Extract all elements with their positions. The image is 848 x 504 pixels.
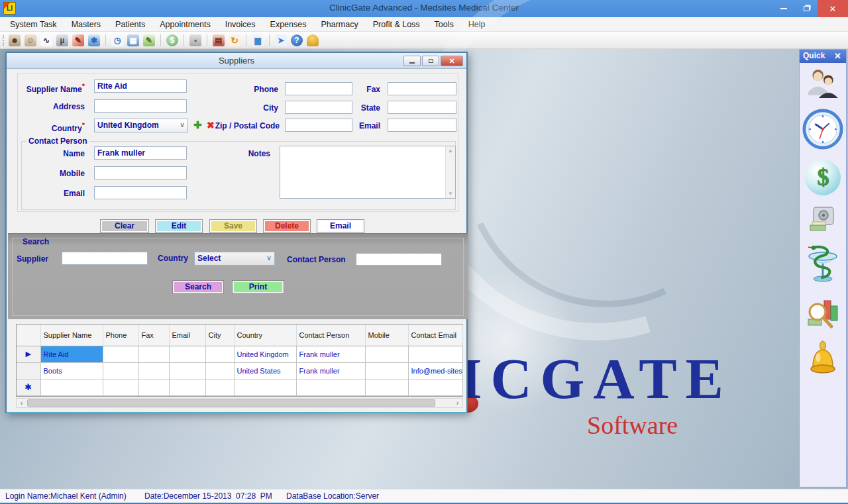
menu-item-profit-loss[interactable]: Profit & Loss: [366, 18, 427, 31]
calendar-icon[interactable]: ▦: [127, 34, 139, 46]
contact-name-input[interactable]: [94, 146, 187, 160]
microscope-icon[interactable]: µ: [56, 34, 68, 46]
stock-item-icon[interactable]: ▪: [189, 34, 201, 46]
grid-cell[interactable]: [103, 379, 138, 395]
window-restore-button[interactable]: [795, 0, 818, 17]
window-close-button[interactable]: ✕: [818, 0, 848, 17]
appointments-clock-icon[interactable]: [802, 109, 843, 150]
payments-dollar-icon[interactable]: $: [166, 34, 178, 46]
grid-cell[interactable]: Frank muller: [296, 362, 365, 379]
country-select[interactable]: United Kingdom ∨: [94, 119, 188, 132]
grid-horizontal-scrollbar[interactable]: ‹ ›: [16, 398, 463, 408]
dialog-close-button[interactable]: ✕: [441, 56, 463, 66]
current-row-indicator[interactable]: ▶: [17, 346, 40, 362]
column-header-phone[interactable]: Phone: [103, 325, 138, 346]
state-input[interactable]: [388, 101, 456, 114]
menu-item-expenses[interactable]: Expenses: [263, 18, 314, 31]
billing-dollar-icon[interactable]: $: [805, 160, 841, 195]
reports-chart-icon[interactable]: ▆: [252, 34, 264, 46]
column-header-supplier-name[interactable]: Supplier Name: [40, 325, 103, 346]
grid-cell[interactable]: [205, 379, 234, 395]
dialog-minimize-button[interactable]: [403, 56, 421, 66]
menu-item-pharmacy[interactable]: Pharmacy: [313, 18, 365, 31]
menu-item-masters[interactable]: Masters: [64, 18, 108, 31]
column-header-country[interactable]: Country: [234, 325, 296, 346]
notes-textarea[interactable]: ▲ ▼: [280, 146, 456, 199]
column-header-fax[interactable]: Fax: [138, 325, 169, 346]
email-input[interactable]: [388, 119, 456, 132]
scroll-right-icon[interactable]: ›: [452, 399, 462, 407]
print-button[interactable]: Print: [232, 280, 284, 294]
grid-cell[interactable]: [169, 346, 205, 362]
grid-cell[interactable]: [365, 379, 408, 395]
grid-cell[interactable]: [138, 379, 169, 395]
grid-cell[interactable]: [205, 362, 234, 379]
window-minimize-button[interactable]: [772, 0, 795, 17]
grid-cell[interactable]: [138, 346, 169, 362]
grid-cell[interactable]: [40, 379, 103, 395]
grid-cell[interactable]: [296, 379, 365, 395]
delete-button[interactable]: Delete: [263, 219, 311, 233]
grid-cell[interactable]: [103, 346, 138, 362]
search-supplier-input[interactable]: [62, 252, 148, 265]
grid-cell[interactable]: [205, 346, 234, 362]
address-input[interactable]: [94, 99, 187, 113]
appointments-clock-icon[interactable]: ◷: [111, 34, 123, 46]
grid-cell[interactable]: Frank muller: [296, 346, 365, 362]
menu-item-appointments[interactable]: Appointments: [152, 18, 217, 31]
grid-cell[interactable]: [365, 362, 408, 379]
alerts-bell-icon[interactable]: [307, 34, 319, 46]
add-country-icon[interactable]: ✚: [193, 119, 202, 131]
pharmacy-icon[interactable]: [806, 244, 839, 285]
scroll-left-icon[interactable]: ‹: [17, 399, 26, 407]
save-button[interactable]: Save: [209, 219, 257, 233]
supplier-name-input[interactable]: [94, 79, 187, 93]
menu-item-patients[interactable]: Patients: [108, 18, 152, 31]
help-icon[interactable]: ?: [291, 34, 303, 46]
contact-mobile-input[interactable]: [94, 166, 187, 179]
grid-cell[interactable]: United Kingdom: [234, 346, 296, 362]
new-row-indicator[interactable]: ✱: [17, 379, 40, 395]
vitals-signature-icon[interactable]: ∿: [40, 34, 52, 46]
dialog-maximize-button[interactable]: [422, 56, 439, 66]
cash-safe-icon[interactable]: [808, 205, 838, 234]
fax-input[interactable]: [388, 82, 456, 95]
menu-item-tools[interactable]: Tools: [427, 18, 461, 31]
search-reports-icon[interactable]: [806, 295, 840, 330]
grid-cell[interactable]: [169, 379, 205, 395]
menu-item-system-task[interactable]: System Task: [3, 18, 64, 31]
quick-panel-close-icon[interactable]: ✕: [834, 51, 841, 61]
column-header-contact-email[interactable]: Contact Email: [408, 325, 462, 346]
grid-cell[interactable]: Rite Aid: [40, 346, 103, 362]
clear-button[interactable]: Clear: [100, 219, 149, 233]
column-header-contact-person[interactable]: Contact Person: [296, 325, 365, 346]
grid-cell[interactable]: [365, 346, 408, 362]
grid-cell[interactable]: United States: [234, 362, 296, 379]
search-button[interactable]: Search: [172, 280, 224, 294]
grid-cell[interactable]: [103, 362, 138, 379]
purchases-box-icon[interactable]: ▤: [213, 34, 225, 46]
search-contact-input[interactable]: [356, 253, 442, 266]
column-header-email[interactable]: Email: [169, 325, 205, 346]
refresh-icon[interactable]: ↻: [229, 34, 240, 46]
column-header-city[interactable]: City: [205, 325, 234, 346]
alerts-bell-icon[interactable]: [807, 340, 839, 379]
notes-scrollbar[interactable]: ▲ ▼: [445, 146, 455, 198]
row-selector[interactable]: [17, 362, 40, 379]
grid-cell[interactable]: [408, 379, 462, 395]
prescription-pen-icon[interactable]: ✎: [72, 34, 84, 46]
column-header-mobile[interactable]: Mobile: [365, 325, 408, 346]
procedures-icon[interactable]: ✻: [88, 34, 100, 46]
patients-group-icon[interactable]: ☻: [9, 34, 21, 46]
grid-cell[interactable]: [408, 346, 462, 362]
email-button[interactable]: Email: [317, 219, 364, 233]
edit-button[interactable]: Edit: [155, 219, 203, 233]
grid-cell[interactable]: [234, 379, 296, 395]
patient-icon[interactable]: ☺: [25, 34, 36, 46]
contact-email-input[interactable]: [94, 186, 187, 199]
patients-icon[interactable]: [807, 68, 839, 99]
grid-cell[interactable]: [138, 362, 169, 379]
backup-icon[interactable]: ➤: [275, 34, 287, 46]
billing-note-icon[interactable]: ✎: [143, 34, 155, 46]
grid-cell[interactable]: Info@med-sites.co: [408, 362, 462, 379]
